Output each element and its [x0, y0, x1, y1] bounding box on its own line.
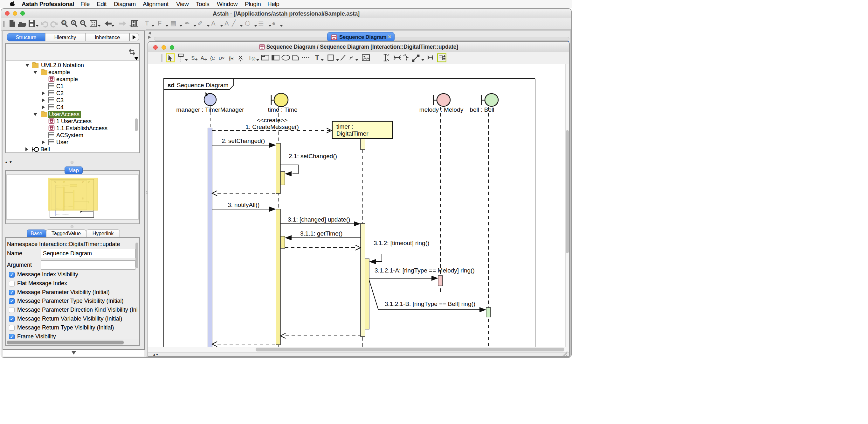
svg-text:1: 1	[63, 21, 65, 25]
svg-text:{C: {C	[210, 56, 215, 61]
svg-text:2: setChanged(): 2: setChanged()	[222, 138, 265, 144]
svg-text:<<create>>: <<create>>	[256, 117, 287, 123]
svg-text:A: A	[211, 20, 216, 27]
svg-text:▤: ▤	[170, 20, 177, 27]
svg-text:{R: {R	[229, 56, 234, 61]
svg-text:3.1.2: [timeout] ring(): 3.1.2: [timeout] ring()	[374, 240, 429, 246]
svg-text:☰: ☰	[258, 20, 264, 27]
svg-text:2.1: setChanged(): 2.1: setChanged()	[289, 153, 337, 160]
svg-text:manager : TimerManager: manager : TimerManager	[176, 106, 244, 113]
svg-text:⬡: ⬡	[245, 20, 250, 27]
svg-text:T: T	[315, 54, 319, 61]
svg-text:S: S	[191, 55, 195, 61]
svg-text:I: I	[249, 55, 251, 61]
svg-text:╱: ╱	[231, 20, 236, 27]
svg-text:melody : Melody: melody : Melody	[420, 106, 464, 113]
svg-text:A: A	[200, 55, 204, 61]
svg-text:{þ}: {þ}	[251, 57, 256, 60]
svg-text:F: F	[158, 20, 161, 27]
svg-text:time : Time: time : Time	[268, 106, 298, 113]
svg-text:1: CreateMessage(): 1: CreateMessage()	[245, 123, 299, 130]
svg-text:3.1: [changed] update(): 3.1: [changed] update()	[288, 216, 350, 223]
svg-text:DigitalTimer: DigitalTimer	[336, 130, 369, 137]
svg-text:T: T	[145, 20, 149, 27]
svg-text:3: notifyAll(): 3: notifyAll()	[228, 201, 259, 208]
svg-text:●: ●	[272, 20, 276, 27]
svg-text:timer :: timer :	[336, 123, 353, 130]
svg-text:D×: D×	[219, 56, 225, 61]
svg-text:+: +	[72, 21, 74, 25]
svg-text:sd: sd	[167, 82, 175, 88]
svg-text:✒: ✒	[185, 20, 190, 27]
svg-text:bell : Bell: bell : Bell	[470, 106, 494, 113]
svg-text:−: −	[82, 21, 84, 25]
svg-text:A: A	[224, 20, 229, 27]
svg-text:3.1.2.1-B: [ringType == Bell]: 3.1.2.1-B: [ringType == Bell] ring()	[385, 301, 475, 307]
svg-text:3.1.1: getTime(): 3.1.1: getTime()	[300, 230, 342, 237]
svg-text:✐: ✐	[198, 20, 203, 27]
svg-text:Sequence Diagram: Sequence Diagram	[177, 82, 228, 88]
svg-text:3.1.2.1-A: [ringType == Melody: 3.1.2.1-A: [ringType == Melody] ring()	[375, 267, 475, 274]
